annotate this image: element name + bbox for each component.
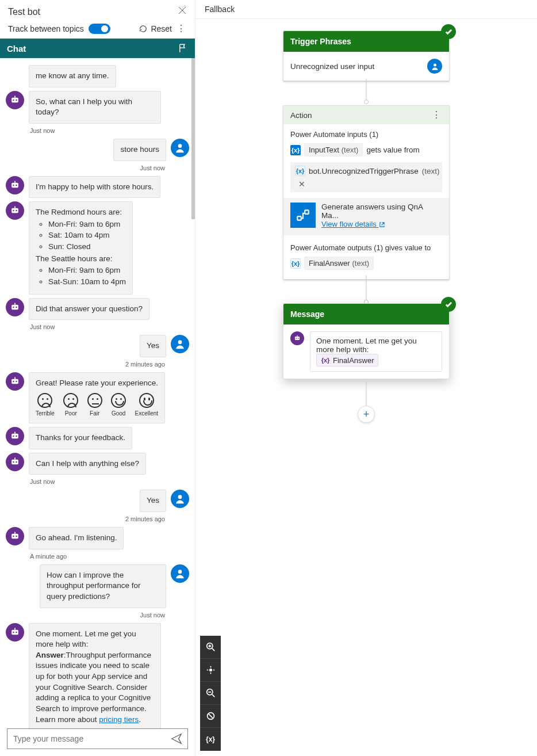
inputs-label: Power Automate inputs (1) [283, 124, 449, 141]
track-toggle[interactable] [89, 24, 110, 34]
rating-excellent[interactable]: Excellent [135, 393, 159, 418]
output-chip[interactable]: FinalAnswer (text) [304, 257, 374, 270]
svg-point-35 [178, 570, 182, 574]
rating-fair[interactable]: Fair [87, 393, 102, 418]
variable-icon: {x} [290, 258, 301, 269]
action-node[interactable]: Action ⋮ Power Automate inputs (1) {x} I… [283, 105, 450, 280]
svg-rect-0 [11, 97, 18, 102]
svg-point-7 [16, 184, 17, 186]
remove-var-icon[interactable]: ✕ [298, 180, 305, 189]
reset-button[interactable]: Reset [151, 24, 172, 33]
reset-zoom-button[interactable] [200, 705, 221, 728]
variable-pill[interactable]: {x} FinalAnswer [316, 354, 378, 366]
svg-point-30 [178, 495, 182, 499]
testbot-title: Test bot [8, 7, 40, 17]
svg-rect-3 [14, 96, 16, 97]
svg-point-27 [13, 461, 14, 463]
user-avatar-icon [171, 564, 189, 583]
bot-avatar-icon [6, 372, 24, 391]
svg-point-24 [16, 436, 17, 437]
hours-line: Mon-Fri: 9am to 6pm [48, 265, 126, 276]
rating-poor[interactable]: Poor [63, 393, 78, 418]
answer-preamble: One moment. Let me get you more help wit… [36, 629, 154, 650]
answer-label: Answer [36, 651, 64, 659]
pricing-tiers-link[interactable]: pricing tiers [99, 715, 139, 724]
add-node-button[interactable]: + [358, 406, 375, 423]
send-icon[interactable] [170, 732, 183, 745]
svg-point-28 [16, 461, 17, 463]
chat-label: Chat [7, 44, 26, 54]
svg-point-40 [434, 63, 436, 66]
action-header: Action [290, 111, 312, 120]
authoring-canvas[interactable]: Fallback Trigger Phrases Unrecognized us… [195, 0, 537, 756]
rating-prompt: Great! Please rate your experience. [36, 378, 158, 389]
flow-row[interactable]: Generate answers using QnA Ma... View fl… [283, 198, 449, 235]
composer[interactable] [7, 728, 188, 749]
hours-seattle-label: The Seattle hours are: [36, 254, 126, 265]
svg-point-32 [13, 536, 14, 537]
timestamp: 2 minutes ago [6, 516, 165, 522]
close-icon[interactable] [178, 6, 187, 18]
timestamp: Just now [30, 323, 189, 330]
svg-rect-5 [11, 182, 18, 187]
timestamp: A minute ago [30, 553, 189, 560]
svg-rect-9 [11, 208, 18, 213]
more-vert-icon[interactable]: ⋮ [175, 24, 187, 33]
svg-rect-46 [297, 335, 297, 337]
trigger-text: Unrecognized user input [290, 62, 374, 71]
svg-point-23 [13, 436, 14, 437]
more-vert-icon[interactable]: ⋮ [431, 110, 442, 120]
svg-rect-16 [14, 303, 16, 304]
variables-button[interactable]: {x} [200, 728, 221, 751]
bot-avatar-icon [6, 201, 24, 220]
chat-transcript[interactable]: me know at any time. So, what can I help… [0, 58, 195, 728]
message-content[interactable]: One moment. Let me get you more help wit… [310, 331, 442, 372]
connector [366, 276, 367, 303]
svg-rect-26 [11, 460, 18, 464]
bot-message: So, what can I help you with today? [29, 91, 161, 124]
hours-line: Sat-Sun: 10am to 4pm [48, 277, 126, 288]
hours-line: Sat: 10am to 4pm [48, 230, 126, 241]
bot-avatar-icon [6, 298, 24, 316]
checkmark-icon [441, 24, 456, 39]
svg-point-48 [209, 669, 211, 671]
view-flow-link[interactable]: View flow details [321, 220, 385, 228]
input-chip[interactable]: InputText (text) [304, 143, 363, 156]
trigger-node[interactable]: Trigger Phrases Unrecognized user input [283, 30, 450, 81]
bot-var-name: bot.UnrecognizedTriggerPhrase [309, 167, 419, 175]
rating-good[interactable]: Good [111, 393, 126, 418]
svg-rect-43 [295, 337, 300, 340]
svg-rect-29 [14, 457, 16, 459]
bot-avatar-icon [6, 623, 24, 642]
hours-redmond-label: The Redmond hours are: [36, 207, 126, 218]
bot-message: Did that answer your question? [29, 298, 149, 320]
message-text: One moment. Let me get you more help wit… [316, 337, 436, 354]
svg-rect-42 [305, 210, 309, 214]
flag-icon[interactable] [178, 43, 188, 54]
svg-point-44 [296, 338, 297, 339]
scrollbar[interactable] [191, 58, 195, 219]
message-input[interactable] [12, 734, 167, 744]
bot-message: Can I help with anything else? [29, 453, 146, 475]
open-external-icon [379, 222, 385, 228]
testbot-subheader: Track between topics Reset ⋮ [0, 20, 195, 39]
timestamp: Just now [6, 612, 165, 618]
bot-avatar-icon [6, 527, 24, 545]
reset-icon [139, 25, 147, 33]
svg-rect-31 [11, 534, 18, 539]
timestamp: Just now [30, 478, 189, 485]
message-node[interactable]: Message One moment. Let me get you more … [283, 303, 450, 379]
zoom-in-button[interactable] [200, 636, 221, 659]
bot-message: Thanks for your feedback. [29, 427, 132, 449]
svg-point-4 [178, 144, 182, 148]
zoom-out-button[interactable] [200, 682, 221, 705]
svg-point-10 [13, 210, 14, 212]
outputs-label: Power Automate outputs (1) gives value t… [283, 235, 449, 254]
bot-avatar-icon [6, 176, 24, 194]
rating-terrible[interactable]: Terrible [36, 393, 55, 418]
fit-button[interactable] [200, 659, 221, 682]
svg-rect-12 [14, 207, 16, 208]
svg-point-45 [298, 338, 299, 339]
svg-point-11 [16, 210, 17, 212]
flow-title: Generate answers using QnA Ma... [321, 203, 442, 220]
